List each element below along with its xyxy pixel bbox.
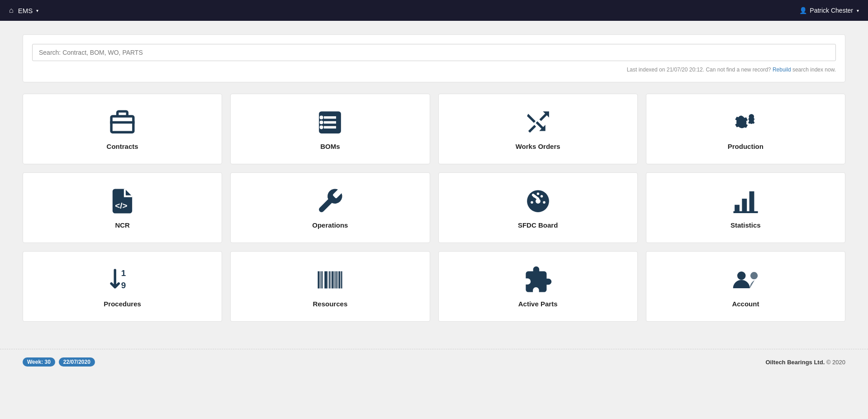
boms-icon [315,108,345,137]
boms-label: BOMs [320,143,340,150]
svg-rect-33 [327,271,327,289]
svg-text:</>: </> [115,201,127,210]
active-parts-icon [523,265,553,295]
svg-point-17 [536,193,539,195]
svg-rect-28 [332,271,334,289]
procedures-icon: 1 9 [108,265,137,295]
production-label: Production [728,143,764,150]
date-badge: 22/07/2020 [59,357,95,367]
svg-rect-18 [735,205,740,212]
statistics-icon [731,186,760,216]
statistics-label: Statistics [730,221,761,229]
footer: Week: 30 22/07/2020 Oiltech Bearings Ltd… [0,349,868,375]
works-orders-icon [523,108,553,137]
active-parts-label: Active Parts [518,300,558,308]
main-content: Last indexed on 21/07/20 20:12. Can not … [0,21,868,335]
rebuild-link[interactable]: Rebuild [773,67,791,73]
cards-grid: Contracts BOMs Works Orders Production <… [23,94,845,322]
sfdc-board-icon [523,186,553,216]
search-hint-text: Last indexed on 21/07/20 20:12. Can not … [627,67,771,73]
svg-rect-36 [337,271,338,289]
svg-rect-32 [320,271,321,289]
works-orders-label: Works Orders [516,143,560,150]
svg-point-15 [533,195,535,197]
svg-rect-26 [325,271,327,289]
footer-copyright: Oiltech Bearings Ltd. © 2020 [766,359,868,366]
operations-label: Operations [312,221,348,229]
resources-label: Resources [313,300,348,308]
svg-point-5 [320,116,323,119]
svg-rect-35 [334,271,335,289]
svg-text:1: 1 [121,268,126,278]
svg-point-16 [541,195,543,197]
brand-label: EMS [18,7,33,14]
week-badge: Week: 30 [23,357,55,367]
search-hint: Last indexed on 21/07/20 20:12. Can not … [32,67,836,73]
card-boms[interactable]: BOMs [230,94,430,164]
account-icon [731,265,760,295]
svg-rect-25 [322,271,323,289]
contracts-icon [108,108,137,137]
svg-rect-37 [340,271,341,289]
user-label: Patrick Chester [810,7,853,14]
svg-rect-19 [742,199,747,212]
svg-point-7 [320,125,323,129]
svg-rect-0 [110,121,135,124]
svg-point-14 [543,201,545,204]
navbar-user[interactable]: 👤 Patrick Chester ▾ [799,7,859,14]
search-hint-suffix: search index now. [792,67,836,73]
search-container: Last indexed on 21/07/20 20:12. Can not … [23,34,845,82]
svg-rect-34 [331,271,331,289]
svg-rect-29 [336,271,337,289]
ncr-label: NCR [115,221,130,229]
copyright-year: © 2020 [826,359,845,366]
search-input[interactable] [32,44,836,61]
card-contracts[interactable]: Contracts [23,94,222,164]
card-sfdc-board[interactable]: SFDC Board [438,172,638,243]
card-account[interactable]: Account [646,251,845,322]
card-resources[interactable]: Resources [230,251,430,322]
svg-point-13 [531,201,533,204]
operations-icon [315,186,345,216]
card-procedures[interactable]: 1 9 Procedures [23,251,222,322]
svg-point-39 [750,272,758,279]
card-works-orders[interactable]: Works Orders [438,94,638,164]
svg-point-38 [737,271,746,280]
resources-icon [315,265,345,295]
brand-caret: ▾ [36,8,38,13]
home-icon: ⌂ [9,6,14,14]
svg-rect-30 [339,271,340,289]
user-caret: ▾ [857,8,859,13]
svg-point-6 [320,120,323,124]
svg-rect-31 [341,271,342,289]
user-icon: 👤 [799,7,807,14]
card-operations[interactable]: Operations [230,172,430,243]
card-statistics[interactable]: Statistics [646,172,845,243]
footer-badges: Week: 30 22/07/2020 [0,357,95,367]
svg-rect-24 [318,271,320,289]
navbar: ⌂ EMS ▾ 👤 Patrick Chester ▾ [0,0,868,21]
account-label: Account [732,300,759,308]
procedures-label: Procedures [104,300,141,308]
card-ncr[interactable]: </> NCR [23,172,222,243]
production-icon [731,108,760,137]
svg-text:9: 9 [121,281,126,290]
navbar-brand[interactable]: ⌂ EMS ▾ [9,6,38,14]
card-active-parts[interactable]: Active Parts [438,251,638,322]
svg-rect-27 [329,271,330,289]
ncr-icon: </> [108,186,137,216]
sfdc-board-label: SFDC Board [518,221,558,229]
company-name: Oiltech Bearings Ltd. [766,359,825,366]
svg-rect-20 [749,191,754,212]
card-production[interactable]: Production [646,94,845,164]
contracts-label: Contracts [107,143,138,150]
